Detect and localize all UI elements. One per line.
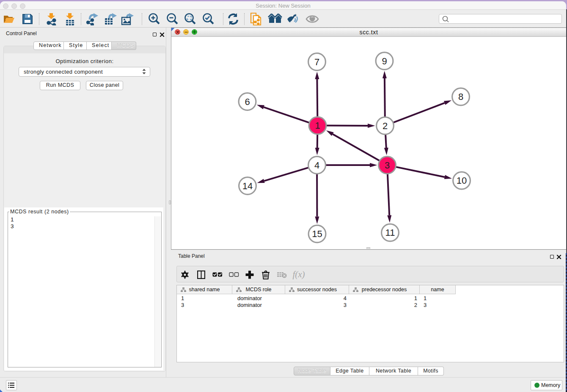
svg-text:9: 9	[382, 56, 387, 66]
svg-text:11: 11	[385, 227, 395, 238]
svg-text:8: 8	[458, 91, 463, 102]
svg-text:14: 14	[242, 181, 253, 191]
svg-text:6: 6	[245, 97, 250, 107]
svg-text:4: 4	[314, 160, 319, 171]
svg-text:7: 7	[314, 57, 319, 67]
svg-text:1: 1	[315, 120, 320, 131]
svg-text:3: 3	[385, 160, 390, 171]
svg-text:15: 15	[312, 229, 322, 239]
svg-text:2: 2	[383, 121, 388, 131]
svg-text:10: 10	[457, 175, 467, 186]
